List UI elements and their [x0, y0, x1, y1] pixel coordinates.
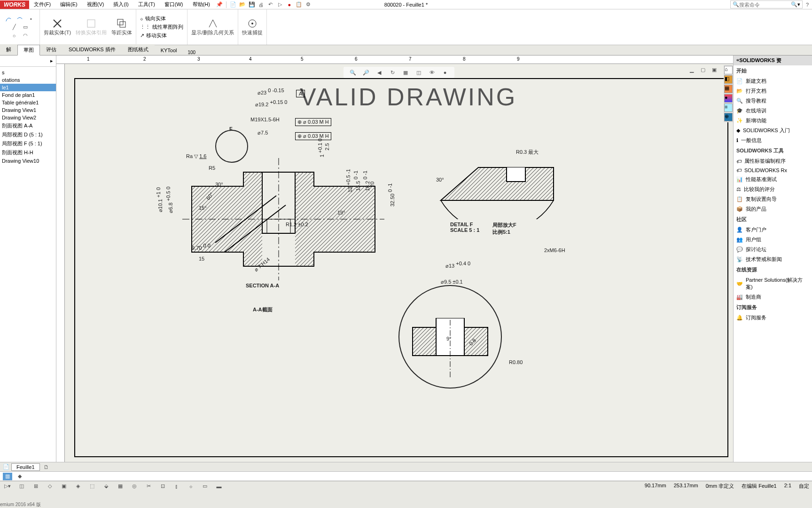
- search-input[interactable]: [739, 2, 791, 8]
- menu-view[interactable]: 视图(V): [82, 1, 109, 8]
- zoom-fit-icon[interactable]: 🔍: [348, 69, 358, 76]
- win-max-icon[interactable]: ▣: [710, 66, 719, 73]
- win-restore-icon[interactable]: ▢: [698, 66, 708, 73]
- sb-7[interactable]: ⬙: [102, 483, 111, 490]
- rp-item[interactable]: 🔍搜导教程: [734, 96, 812, 106]
- tree-item[interactable]: 剖面视图 A-A: [0, 121, 56, 130]
- rp-item[interactable]: 📡技术警戒和新闻: [734, 254, 812, 264]
- sb-9[interactable]: ◎: [130, 483, 139, 490]
- curve-icon[interactable]: [15, 15, 24, 23]
- move-button[interactable]: ↗移动实体: [140, 32, 183, 39]
- search-box[interactable]: 🔍 🔍▾: [730, 0, 803, 8]
- offset-button[interactable]: 等距实体: [111, 18, 132, 36]
- rp-item[interactable]: 🏭制造商: [734, 292, 812, 302]
- trim-button[interactable]: 剪裁实体(T): [44, 18, 71, 36]
- undo-icon[interactable]: ↶: [266, 1, 275, 8]
- rp-item[interactable]: ℹ一般信息: [734, 135, 812, 145]
- new-icon[interactable]: 📄: [228, 1, 238, 8]
- drawing-canvas[interactable]: 123456789 🔍 🔎 ◀ ↻ ▦ ◫ 👁 ● ▁ ▢ ▣ ✕ VALID …: [56, 56, 733, 462]
- sb-5[interactable]: ◈: [73, 483, 83, 490]
- rp-item[interactable]: ⚖比较我的评分: [734, 184, 812, 194]
- zoom-window-icon[interactable]: 🔎: [361, 69, 371, 76]
- tree-item[interactable]: otations: [0, 76, 56, 84]
- menu-tools[interactable]: 工具(T): [133, 1, 160, 8]
- rp-item[interactable]: ◆SOLIDWORKS 入门: [734, 126, 812, 135]
- side-home-icon[interactable]: ⌂: [724, 66, 733, 74]
- print-icon[interactable]: 🖨: [257, 1, 266, 8]
- rp-item[interactable]: 🏷属性标签编制程序: [734, 156, 812, 166]
- menu-file[interactable]: 文件(F): [29, 1, 55, 8]
- tab-sheet-format[interactable]: 图纸格式: [122, 44, 155, 55]
- rp-item[interactable]: 👥用户组: [734, 235, 812, 245]
- line-icon[interactable]: ╱: [9, 24, 19, 31]
- tree-item[interactable]: le1: [0, 84, 56, 91]
- drawing-area[interactable]: 🔍 🔎 ◀ ↻ ▦ ◫ 👁 ● ▁ ▢ ▣ ✕ VALID DRAWING: [65, 64, 733, 462]
- settings-icon[interactable]: ⚙: [304, 1, 313, 8]
- rp-item[interactable]: ✨新增功能: [734, 116, 812, 126]
- point-icon[interactable]: •: [26, 15, 36, 23]
- tab-sketch[interactable]: 草图: [17, 45, 40, 56]
- save-icon[interactable]: 💾: [247, 1, 257, 8]
- sb-14[interactable]: ▭: [200, 483, 210, 490]
- linear-pattern-button[interactable]: ⋮⋮线性草图阵列: [140, 24, 183, 31]
- section-view-icon[interactable]: ▦: [401, 69, 410, 76]
- prev-view-icon[interactable]: ◀: [375, 69, 384, 76]
- cursor-mode-icon[interactable]: ▷▾: [3, 483, 12, 490]
- rp-item[interactable]: 🤝Partner Solutions(解决方案): [734, 275, 812, 292]
- sb-6[interactable]: ⬚: [87, 483, 97, 490]
- tree-item[interactable]: Fond de plan1: [0, 91, 56, 99]
- appearance-icon[interactable]: ●: [440, 69, 450, 76]
- side-forum-icon[interactable]: ⊕: [724, 113, 733, 121]
- menu-edit[interactable]: 编辑(E): [55, 1, 82, 8]
- tree-item[interactable]: 局部视图 D (5 : 1): [0, 130, 56, 139]
- tree-item[interactable]: Drawing View1: [0, 106, 56, 114]
- side-custom-icon[interactable]: ≡: [724, 103, 733, 112]
- rp-item[interactable]: 💬探讨论坛: [734, 245, 812, 254]
- rebuild-icon[interactable]: ●: [285, 1, 294, 8]
- tab-addins[interactable]: SOLIDWORKS 插件: [62, 44, 122, 55]
- side-props-icon[interactable]: ▦: [724, 85, 733, 93]
- help-icon[interactable]: ?: [803, 1, 812, 8]
- tab-evaluate[interactable]: 评估: [40, 44, 62, 55]
- sb-15[interactable]: ▬: [214, 483, 224, 490]
- tree-item[interactable]: Table générale1: [0, 99, 56, 106]
- side-design-icon[interactable]: ◧: [724, 75, 733, 84]
- select-icon[interactable]: ▷: [275, 1, 285, 8]
- sb-10[interactable]: ✂: [144, 483, 153, 490]
- tree-item[interactable]: 剖面视图 H-H: [0, 148, 56, 157]
- rect-icon[interactable]: ▭: [21, 24, 30, 31]
- quicksnap-button[interactable]: 快速捕捉: [242, 18, 263, 36]
- sb-11[interactable]: ⊡: [158, 483, 167, 490]
- spline-icon[interactable]: [4, 15, 13, 23]
- rp-item[interactable]: 👤客户门户: [734, 225, 812, 235]
- rp-item[interactable]: 📄新建文档: [734, 76, 812, 86]
- sb-12[interactable]: ⫿: [172, 483, 181, 490]
- tree-item[interactable]: Drawing View10: [0, 157, 56, 165]
- rp-item[interactable]: 🔔订阅服务: [734, 313, 812, 323]
- open-icon[interactable]: 📂: [238, 1, 247, 8]
- tree-item[interactable]: s: [0, 69, 56, 76]
- menu-insert[interactable]: 插入(I): [109, 1, 133, 8]
- rp-item[interactable]: 📦我的产品: [734, 204, 812, 214]
- mirror-button[interactable]: ⟐镜向实体: [140, 15, 183, 22]
- tree-item[interactable]: Drawing View2: [0, 114, 56, 121]
- hide-show-icon[interactable]: 👁: [427, 69, 437, 76]
- panel-toggle-icon[interactable]: ▸: [50, 58, 53, 64]
- rp-item[interactable]: 📋复制设置向导: [734, 194, 812, 204]
- rotate-icon[interactable]: ↻: [388, 69, 397, 76]
- showhide-relations-button[interactable]: 显示/删除几何关系: [191, 18, 234, 36]
- arc-icon[interactable]: ◠: [21, 32, 30, 40]
- sb-1[interactable]: ◫: [17, 483, 26, 490]
- menu-help[interactable]: 帮助(H): [188, 1, 215, 8]
- model-tab-icon[interactable]: ▥: [3, 473, 12, 480]
- tab-kytool[interactable]: KYTool: [155, 46, 183, 55]
- sb-8[interactable]: ▦: [116, 483, 125, 490]
- sb-3[interactable]: ◇: [45, 483, 55, 490]
- sb-2[interactable]: ⊞: [31, 483, 40, 490]
- options-icon[interactable]: 📋: [294, 1, 304, 8]
- tab-0[interactable]: 解: [0, 44, 17, 55]
- display-style-icon[interactable]: ◫: [414, 69, 423, 76]
- rp-item[interactable]: 🎓在线培训: [734, 106, 812, 116]
- sb-13[interactable]: ⟐: [186, 483, 195, 490]
- 3dviews-tab-icon[interactable]: ◆: [15, 473, 24, 480]
